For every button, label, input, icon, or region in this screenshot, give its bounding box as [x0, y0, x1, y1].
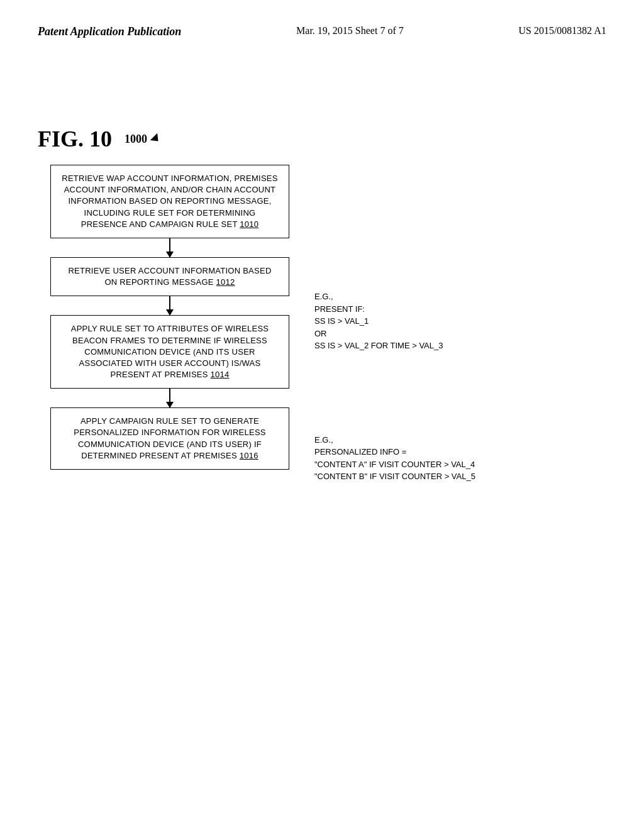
diagram-area: FIG. 10 1000 RETRIEVE WAP ACCOUNT INFORM… — [38, 126, 604, 483]
box3-ref: 1014 — [211, 370, 230, 379]
ann2-line1: E.G., — [314, 434, 579, 446]
ann1-line5: SS IS > VAL_2 FOR TIME > VAL_3 — [314, 340, 579, 352]
connector-2 — [169, 296, 170, 315]
annotation-1: E.G., PRESENT IF: SS IS > VAL_1 OR SS IS… — [314, 290, 579, 352]
box1-ref: 1010 — [240, 219, 258, 229]
flow-box-1010: RETRIEVE WAP ACCOUNT INFORMATION, PREMIS… — [50, 165, 289, 238]
patent-number-label: US 2015/0081382 A1 — [518, 25, 606, 36]
header-right: US 2015/0081382 A1 — [518, 25, 606, 36]
flowchart-main: RETRIEVE WAP ACCOUNT INFORMATION, PREMIS… — [38, 165, 302, 483]
fig-ref-number: 1000 — [125, 133, 147, 146]
box3-text: APPLY RULE SET TO ATTRIBUTES OF WIRELESS… — [71, 324, 269, 379]
flow-box-1012: RETRIEVE USER ACCOUNT INFORMATION BASED … — [50, 257, 289, 296]
box2-ref: 1012 — [216, 277, 235, 287]
date-sheet-label: Mar. 19, 2015 Sheet 7 of 7 — [296, 25, 404, 36]
flowchart-annotations: E.G., PRESENT IF: SS IS > VAL_1 OR SS IS… — [314, 165, 579, 483]
ann1-line2: PRESENT IF: — [314, 303, 579, 316]
header-left: Patent Application Publication — [38, 25, 181, 38]
connector-1 — [169, 238, 170, 257]
flow-box-1014: APPLY RULE SET TO ATTRIBUTES OF WIRELESS… — [50, 315, 289, 389]
annotation-2: E.G., PERSONALIZED INFO = "CONTENT A" IF… — [314, 434, 579, 483]
connector-3 — [169, 389, 170, 407]
flow-box-1016: APPLY CAMPAIGN RULE SET TO GENERATE PERS… — [50, 407, 289, 470]
ann2-line2: PERSONALIZED INFO = — [314, 446, 579, 458]
flowchart: RETRIEVE WAP ACCOUNT INFORMATION, PREMIS… — [38, 165, 604, 483]
figure-label: FIG. 10 1000 — [38, 126, 604, 152]
arrow-icon — [150, 133, 162, 145]
fig-reference: 1000 — [125, 133, 161, 146]
page-header: Patent Application Publication Mar. 19, … — [0, 0, 644, 51]
box1-text: RETRIEVE WAP ACCOUNT INFORMATION, PREMIS… — [62, 174, 277, 229]
box2-text: RETRIEVE USER ACCOUNT INFORMATION BASED … — [68, 266, 271, 287]
box4-ref: 1016 — [240, 451, 258, 460]
fig-number: FIG. 10 — [38, 126, 112, 152]
header-center: Mar. 19, 2015 Sheet 7 of 7 — [296, 25, 404, 36]
box4-text: APPLY CAMPAIGN RULE SET TO GENERATE PERS… — [74, 416, 266, 460]
ann1-line1: E.G., — [314, 290, 579, 303]
ann2-line4: "CONTENT B" IF VISIT COUNTER > VAL_5 — [314, 470, 579, 483]
ann2-line3: "CONTENT A" IF VISIT COUNTER > VAL_4 — [314, 458, 579, 471]
ann1-line3: SS IS > VAL_1 — [314, 315, 579, 328]
publication-label: Patent Application Publication — [38, 25, 181, 38]
ann1-line4: OR — [314, 328, 579, 340]
